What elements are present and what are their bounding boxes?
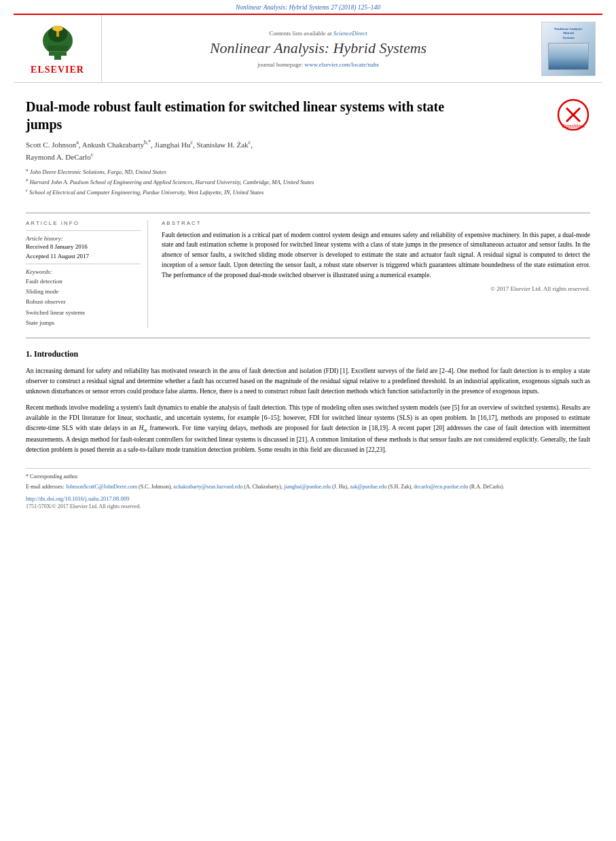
journal-reference: Nonlinear Analysis: Hybrid Systems 27 (2… xyxy=(0,0,616,14)
copyright-line: © 2017 Elsevier Ltd. All rights reserved… xyxy=(162,285,590,292)
cover-thumbnail-section: Nonlinear Analysis:HybridSystems xyxy=(535,15,602,82)
cover-text: Nonlinear Analysis:HybridSystems xyxy=(554,27,583,41)
sciencedirect-line: Contents lists available at ScienceDirec… xyxy=(269,30,367,37)
abstract-header: ABSTRACT xyxy=(162,220,590,226)
article-info-column: ARTICLE INFO Article history: Received 8… xyxy=(26,220,148,328)
journal-title-section: Contents lists available at ScienceDirec… xyxy=(102,15,535,82)
doi-line: http://dx.doi.org/10.1016/j.nahs.2017.08… xyxy=(26,495,590,502)
keyword-5: State jumps xyxy=(26,318,141,328)
journal-homepage: journal homepage: www.elsevier.com/locat… xyxy=(257,61,379,68)
rights-line: 1751-570X/© 2017 Elsevier Ltd. All right… xyxy=(26,503,590,509)
elsevier-logo-section: ELSEVIER xyxy=(14,15,102,82)
info-abstract-section: ARTICLE INFO Article history: Received 8… xyxy=(26,220,590,328)
keyword-3: Robust observer xyxy=(26,297,141,307)
elsevier-brand-text: ELSEVIER xyxy=(31,65,84,75)
article-title-section: Dual-mode robust fault estimation for sw… xyxy=(26,83,590,213)
corresponding-author-note: * Corresponding author. xyxy=(26,473,590,481)
email-footnote: E-mail addresses: JohnsonScottC@JohnDeer… xyxy=(26,483,590,491)
journal-title: Nonlinear Analysis: Hybrid Systems xyxy=(210,39,427,57)
journal-cover-thumbnail: Nonlinear Analysis:HybridSystems xyxy=(541,22,596,76)
intro-paragraph-1: An increasing demand for safety and reli… xyxy=(26,366,590,396)
elsevier-tree-icon xyxy=(34,22,81,62)
svg-text:CrossMark: CrossMark xyxy=(562,124,585,128)
article-title-text: Dual-mode robust fault estimation for sw… xyxy=(26,98,460,206)
content-area: Dual-mode robust fault estimation for sw… xyxy=(0,83,616,509)
crossmark-icon: CrossMark xyxy=(556,98,590,132)
keyword-1: Fault detection xyxy=(26,276,141,287)
article-info-header: ARTICLE INFO xyxy=(26,220,141,226)
intro-heading: 1. Introduction xyxy=(26,349,590,359)
article-title: Dual-mode robust fault estimation for sw… xyxy=(26,98,460,133)
keyword-2: Sliding mode xyxy=(26,287,141,297)
abstract-text: Fault detection and estimation is a crit… xyxy=(162,230,590,281)
keywords-label: Keywords: xyxy=(26,268,141,275)
keywords-list: Fault detection Sliding mode Robust obse… xyxy=(26,276,141,328)
intro-paragraph-2: Recent methods involve modeling a system… xyxy=(26,403,590,454)
svg-point-6 xyxy=(52,26,63,31)
svg-rect-4 xyxy=(48,46,68,51)
affiliations: a John Deere Electronic Solutions, Fargo… xyxy=(26,166,460,198)
received-date: Received 8 January 2016 xyxy=(26,243,141,250)
crossmark-section: CrossMark xyxy=(549,98,590,133)
keyword-4: Switched linear systems xyxy=(26,308,141,318)
accepted-date: Accepted 11 August 2017 xyxy=(26,253,141,260)
footnote-section: * Corresponding author. E-mail addresses… xyxy=(26,468,590,509)
journal-header: ELSEVIER Contents lists available at Sci… xyxy=(14,14,602,83)
history-label: Article history: xyxy=(26,235,141,242)
elsevier-logo: ELSEVIER xyxy=(31,22,84,75)
authors-line: Scott C. Johnsona, Ankush Chakrabartyb,*… xyxy=(26,139,460,164)
info-divider-1 xyxy=(26,230,141,231)
abstract-column: ABSTRACT Fault detection and estimation … xyxy=(162,220,590,328)
info-divider-2 xyxy=(26,264,141,264)
main-divider xyxy=(26,338,590,338)
